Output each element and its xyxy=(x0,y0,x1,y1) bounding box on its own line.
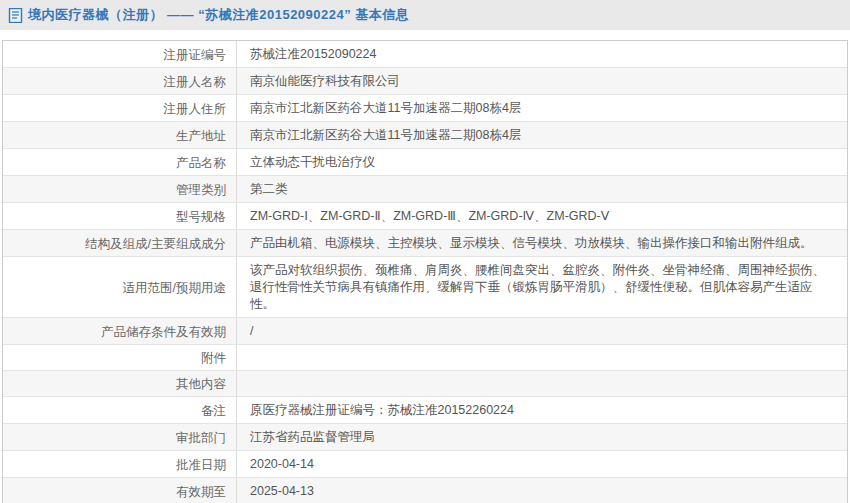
document-icon xyxy=(8,8,23,23)
table-row-registrant-name: 注册人名称 南京仙能医疗科技有限公司 xyxy=(3,67,847,94)
row-value: 江苏省药品监督管理局 xyxy=(237,424,847,450)
row-label: 注册人名称 xyxy=(3,68,237,94)
row-value: 该产品对软组织损伤、颈椎痛、肩周炎、腰椎间盘突出、盆腔炎、附件炎、坐骨神经痛、周… xyxy=(237,257,847,317)
intended-use-text: 该产品对软组织损伤、颈椎痛、肩周炎、腰椎间盘突出、盆腔炎、附件炎、坐骨神经痛、周… xyxy=(250,262,833,313)
row-value: 2025-04-13 xyxy=(237,478,847,503)
row-label: 有效期至 xyxy=(3,478,237,503)
row-value: 第二类 xyxy=(237,176,847,202)
row-value: 产品由机箱、电源模块、主控模块、显示模块、信号模块、功放模块、输出操作接口和输出… xyxy=(237,230,847,256)
table-row-approval-date: 批准日期 2020-04-14 xyxy=(3,450,847,477)
row-value: 2020-04-14 xyxy=(237,451,847,477)
page-header: 境内医疗器械（注册） —— “苏械注准20152090224” 基本信息 xyxy=(0,0,850,30)
row-label: 生产地址 xyxy=(3,122,237,148)
row-value: / xyxy=(237,318,847,344)
table-row-management-category: 管理类别 第二类 xyxy=(3,175,847,202)
row-label: 型号规格 xyxy=(3,203,237,229)
row-label: 其他内容 xyxy=(3,371,237,396)
table-row-other-content: 其他内容 xyxy=(3,370,847,396)
row-label: 管理类别 xyxy=(3,176,237,202)
row-value: 南京仙能医疗科技有限公司 xyxy=(237,68,847,94)
row-value xyxy=(237,371,847,396)
row-label: 结构及组成/主要组成成分 xyxy=(3,230,237,256)
table-row-attachments: 附件 xyxy=(3,344,847,370)
table-row-model-spec: 型号规格 ZM-GRD-Ⅰ、ZM-GRD-Ⅱ、ZM-GRD-Ⅲ、ZM-GRD-Ⅳ… xyxy=(3,202,847,229)
page-title: 境内医疗器械（注册） —— “苏械注准20152090224” 基本信息 xyxy=(28,6,409,24)
row-label: 批准日期 xyxy=(3,451,237,477)
row-value: 原医疗器械注册证编号：苏械注准20152260224 xyxy=(237,397,847,423)
table-row-intended-use: 适用范围/预期用途 该产品对软组织损伤、颈椎痛、肩周炎、腰椎间盘突出、盆腔炎、附… xyxy=(3,256,847,317)
row-label: 产品名称 xyxy=(3,149,237,175)
table-row-remarks: 备注 原医疗器械注册证编号：苏械注准20152260224 xyxy=(3,396,847,423)
row-label: 产品储存条件及有效期 xyxy=(3,318,237,344)
row-value: 南京市江北新区药谷大道11号加速器二期08栋4层 xyxy=(237,122,847,148)
row-value: 南京市江北新区药谷大道11号加速器二期08栋4层 xyxy=(237,95,847,121)
table-row-approval-department: 审批部门 江苏省药品监督管理局 xyxy=(3,423,847,450)
table-row-registration-number: 注册证编号 苏械注准20152090224 xyxy=(3,41,847,67)
registration-info-table: 注册证编号 苏械注准20152090224 注册人名称 南京仙能医疗科技有限公司… xyxy=(2,40,848,503)
table-row-storage-validity: 产品储存条件及有效期 / xyxy=(3,317,847,344)
table-row-production-address: 生产地址 南京市江北新区药谷大道11号加速器二期08栋4层 xyxy=(3,121,847,148)
row-label: 注册人住所 xyxy=(3,95,237,121)
row-label: 适用范围/预期用途 xyxy=(3,257,237,317)
row-value xyxy=(237,345,847,370)
row-label: 附件 xyxy=(3,345,237,370)
row-value: 立体动态干扰电治疗仪 xyxy=(237,149,847,175)
row-label: 备注 xyxy=(3,397,237,423)
table-row-expiry-date: 有效期至 2025-04-13 xyxy=(3,477,847,503)
row-label: 审批部门 xyxy=(3,424,237,450)
row-value: 苏械注准20152090224 xyxy=(237,41,847,67)
row-value: ZM-GRD-Ⅰ、ZM-GRD-Ⅱ、ZM-GRD-Ⅲ、ZM-GRD-Ⅳ、ZM-G… xyxy=(237,203,847,229)
table-row-registrant-address: 注册人住所 南京市江北新区药谷大道11号加速器二期08栋4层 xyxy=(3,94,847,121)
table-row-product-name: 产品名称 立体动态干扰电治疗仪 xyxy=(3,148,847,175)
row-label: 注册证编号 xyxy=(3,41,237,67)
table-row-structure-composition: 结构及组成/主要组成成分 产品由机箱、电源模块、主控模块、显示模块、信号模块、功… xyxy=(3,229,847,256)
